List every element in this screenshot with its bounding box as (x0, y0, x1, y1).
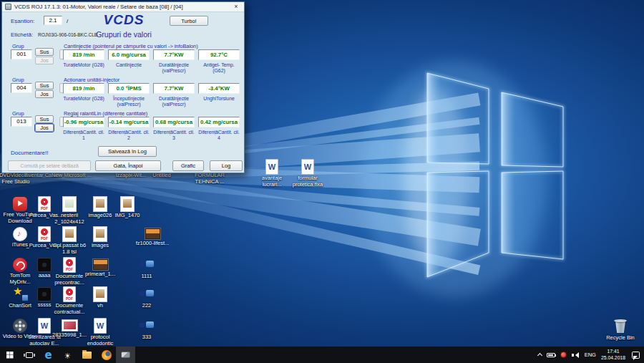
value-field[interactable]: 7.7°KW (153, 83, 195, 94)
battery-icon[interactable] (547, 353, 555, 357)
desktop-icon[interactable]: 222 (127, 285, 167, 309)
sun-icon (64, 349, 72, 362)
value-field[interactable]: 6.0 mg/cursa (108, 49, 150, 60)
log-button[interactable]: Log (210, 160, 243, 171)
firefox-icon (102, 350, 112, 360)
value-label: DuratăInjecție (valPrescr) (153, 62, 195, 74)
word-icon (94, 318, 107, 334)
desktop-icon[interactable]: fz1000-lifest... (132, 225, 172, 247)
desktop-icon[interactable]: protocol endodontic (80, 316, 120, 347)
taskbar: ENG 17:41 25.04.2018 (0, 347, 644, 363)
done-back-button[interactable]: Gata, Înapoi (95, 160, 161, 171)
tray-time: 17:41 (607, 349, 619, 354)
value-field[interactable]: 0.0 °ÎPMS (108, 83, 150, 94)
subtitle: Grupuri de valori (79, 30, 168, 39)
vcds-titlebar[interactable]: VCDS ROJ 17.1.3: 01-Motor, Valori reale … (2, 2, 244, 12)
up-button[interactable]: Sus (35, 82, 54, 89)
group-number-input[interactable]: 001 (11, 49, 32, 59)
desktop-icon[interactable]: Recycle Bin (600, 317, 640, 342)
close-icon[interactable]: × (231, 2, 241, 11)
sample-input[interactable]: 2.1 (44, 16, 62, 25)
sun-app-button[interactable] (58, 347, 77, 363)
down-button[interactable]: Jos (35, 90, 54, 98)
desktop-icon[interactable]: 1111 (127, 256, 167, 280)
turbo-button[interactable]: Turbo! (170, 16, 208, 26)
language-indicator[interactable]: ENG (585, 352, 596, 358)
group-caption: Grup (12, 77, 24, 83)
desktop-icon[interactable]: avantaje lucrari... (252, 158, 292, 188)
vcds-taskbar-button[interactable] (116, 347, 135, 363)
value-field[interactable]: 819 /min (63, 49, 104, 60)
photo-icon (92, 258, 109, 271)
desktop-icon-label: images (80, 243, 120, 249)
value-field[interactable]: -3.4°KW (198, 83, 240, 94)
system-tray: ENG 17:41 25.04.2018 (538, 347, 644, 363)
group-001: Grup CantInjecție (pointerul pe câmpuril… (2, 43, 245, 77)
img-icon (93, 286, 107, 302)
graph-button[interactable]: Grafic (172, 160, 204, 171)
value-label: ÎnceputInjecție (valPrescr) (108, 96, 150, 107)
desktop-icon-label: FORMULAR TEHNICA ... (190, 173, 230, 185)
img-icon (120, 196, 135, 212)
documentation-link[interactable]: Documentare!! (11, 150, 48, 156)
group-number-input[interactable]: 013 (11, 117, 32, 127)
down-button[interactable]: Jos (35, 124, 54, 132)
tray-date: 25.04.2018 (601, 355, 625, 360)
desktop-icon[interactable]: formular protetica fixa (288, 158, 328, 188)
desktop-icon-label: New Microsoft ... (52, 173, 92, 179)
label-caption: Etichetă: (11, 32, 33, 38)
word-icon (301, 159, 314, 175)
down-button[interactable]: Jos (35, 57, 54, 64)
firefox-button[interactable] (97, 347, 116, 363)
group-number-input[interactable]: 004 (11, 83, 32, 93)
desktop-icon-label: protocol endodontic (80, 334, 120, 347)
value-label: TurațieMotor (G28) (63, 62, 104, 68)
up-button[interactable]: Sus (35, 48, 54, 56)
vcds-window: VCDS ROJ 17.1.3: 01-Motor, Valori reale … (1, 1, 245, 173)
value-field[interactable]: 0.42 mg/cursa (198, 117, 240, 127)
task-view-icon (26, 352, 33, 358)
hidden-icons-chevron-icon[interactable] (537, 353, 542, 358)
media-icon (138, 256, 155, 273)
desktop-icon[interactable]: primeart_1... (80, 256, 120, 278)
desktop-icon-label: vh (80, 303, 120, 309)
sample-suffix: / (67, 18, 68, 24)
value-field[interactable]: 819 /min (63, 83, 104, 94)
value-label: DiferențăCantit. cil. 2 (108, 130, 150, 141)
desktop-icon[interactable]: 333 (127, 316, 167, 341)
value-label: CantInjecție (108, 62, 150, 68)
value-field[interactable]: -0.96 mg/cursa (63, 117, 104, 127)
volume-icon[interactable] (572, 352, 580, 358)
desktop-icon[interactable]: IMG_1470 (107, 195, 147, 219)
desktop-icon[interactable]: vh (80, 285, 120, 309)
basic-settings-button[interactable]: Comută pe setare deBază (8, 160, 91, 171)
pdf-icon (63, 257, 76, 273)
imgpale-icon (62, 196, 77, 212)
file-explorer-button[interactable] (77, 347, 97, 363)
tray-app-icon[interactable] (560, 352, 567, 358)
task-view-button[interactable] (19, 347, 39, 363)
group-caption: Grup (12, 110, 24, 117)
clock[interactable]: 17:41 25.04.2018 (601, 349, 625, 361)
up-button[interactable]: Sus (35, 115, 54, 123)
save-log-button[interactable]: Salvează în Log (98, 146, 157, 157)
group-header: Acționare unități-injector (64, 77, 243, 83)
edge-button[interactable] (39, 347, 58, 363)
group-caption: Grup (12, 43, 24, 49)
desktop-icon-label: formular protetica fixa (288, 175, 328, 188)
value-label: DiferențăCantit. cil. 3 (153, 130, 195, 141)
value-field[interactable]: 92.7°C (198, 49, 240, 60)
start-button[interactable] (0, 347, 19, 363)
value-field[interactable]: -0.14 mg/cursa (108, 117, 150, 127)
action-center-icon[interactable] (632, 352, 640, 359)
desktop-icon-label: Recycle Bin (600, 335, 640, 342)
desktop-icon-label: avantaje lucrari... (252, 175, 292, 188)
value-field[interactable]: 0.68 mg/cursa (153, 117, 195, 127)
value-label: TurațieMotor (G28) (63, 96, 104, 102)
desktop-icon-label: 222 (127, 303, 167, 309)
desktop-icon[interactable]: images (80, 225, 120, 249)
value-field[interactable]: 7.7°KW (153, 49, 195, 60)
group-header: CantInjecție (pointerul pe câmpurile cu … (64, 43, 243, 49)
media-icon (138, 316, 155, 334)
value-label: UnghiTorsiune (198, 96, 240, 102)
